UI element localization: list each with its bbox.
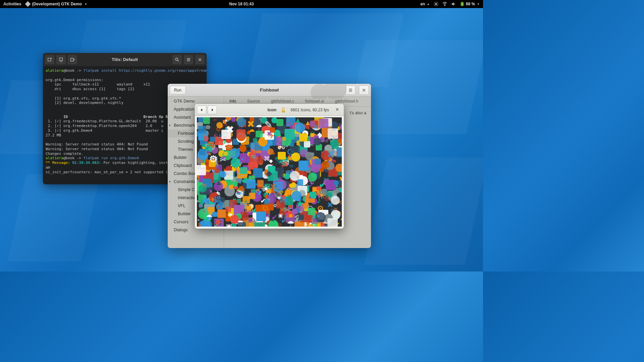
volume-icon[interactable] xyxy=(451,2,456,6)
fishbowl-icon xyxy=(310,121,315,126)
fishbowl-icon xyxy=(285,189,290,195)
sidebar-item-label: Assistant xyxy=(174,115,191,120)
svg-marker-10 xyxy=(451,2,453,6)
fishbowl-icon xyxy=(247,179,256,189)
fishbowl-icon: ✔ xyxy=(325,164,333,172)
close-window-button[interactable] xyxy=(359,85,369,95)
prev-button[interactable] xyxy=(197,106,206,114)
fishbowl-icon xyxy=(210,137,215,142)
fishbowl-icon: ⚙ xyxy=(216,205,220,209)
keyboard-layout-indicator[interactable]: en ▼ xyxy=(420,2,429,6)
new-terminal-button[interactable] xyxy=(45,55,54,64)
fishbowl-icon xyxy=(216,122,223,128)
fishbowl-icon: ✈ xyxy=(221,139,228,146)
fishbowl-icon xyxy=(256,212,266,221)
chevron-down-icon: ▼ xyxy=(477,3,480,6)
wallpaper-decor xyxy=(364,158,483,265)
chevron-down-icon: ▼ xyxy=(427,3,430,6)
fishbowl-icon: ⚑ xyxy=(197,218,200,222)
fishbowl-icon: ✖ xyxy=(266,130,272,137)
fishbowl-icon: ☀ xyxy=(261,184,271,194)
next-button[interactable] xyxy=(208,106,217,114)
close-window-button[interactable] xyxy=(332,107,342,112)
svg-rect-17 xyxy=(60,58,63,60)
app-icon xyxy=(25,1,31,7)
fishbowl-icon xyxy=(240,167,247,174)
fishbowl-icon xyxy=(278,152,285,160)
fishbowl-icon xyxy=(334,180,339,185)
wifi-icon[interactable] xyxy=(442,2,447,6)
fishbowl-icon: ♥ xyxy=(306,163,313,170)
sidebar-item-label: Cursors xyxy=(174,220,189,224)
fishbowl-icon xyxy=(217,209,226,218)
keyboard-layout-label: en xyxy=(420,2,425,6)
clock[interactable]: Nov 18 01:43 xyxy=(229,2,254,6)
sidebar-item-label: Constraints xyxy=(174,179,195,184)
hamburger-menu-button[interactable] xyxy=(184,55,193,64)
fishbowl-icon: ☺ xyxy=(324,139,329,143)
fishbowl-icon: ✉ xyxy=(286,119,290,122)
svg-rect-13 xyxy=(461,3,463,5)
fishbowl-icon: ☀ xyxy=(317,191,326,200)
lock-toggle-button[interactable] xyxy=(280,107,286,113)
fishbowl-icon: ✈ xyxy=(257,154,264,161)
tilix-titlebar[interactable]: Tilix: Default xyxy=(43,53,207,66)
fishbowl-icon xyxy=(225,216,230,222)
fishbowl-icon xyxy=(299,133,307,141)
fishbowl-icon: ✈ xyxy=(244,199,248,204)
fishbowl-icon: ▣ xyxy=(247,216,254,223)
gtk-demo-headerbar[interactable]: Run Fishbowl xyxy=(168,84,371,97)
add-tab-right-button[interactable] xyxy=(68,55,77,64)
fishbowl-icon: ✂ xyxy=(213,118,217,122)
fishbowl-icon xyxy=(310,133,314,137)
fishbowl-icon xyxy=(308,173,317,182)
run-button[interactable]: Run xyxy=(170,86,186,95)
expander-icon: ▾ xyxy=(169,180,172,183)
fishbowl-icon xyxy=(284,129,295,139)
fishbowl-icon xyxy=(328,128,338,139)
app-menu-label: (Development) GTK Demo xyxy=(32,2,82,6)
svg-line-20 xyxy=(178,60,179,61)
wallpaper-decor xyxy=(7,174,100,261)
fishbowl-icon xyxy=(215,220,221,225)
fishbowl-icon xyxy=(249,193,255,199)
fishbowl-icon: ✔ xyxy=(248,138,251,141)
svg-rect-14 xyxy=(48,58,51,61)
fishbowl-icon: ☂ xyxy=(255,123,263,132)
fishbowl-headerbar[interactable]: Icon 6601 Icons, 60.23 fps xyxy=(195,104,344,116)
fishbowl-icon xyxy=(338,139,342,143)
activities-button[interactable]: Activities xyxy=(3,2,21,6)
fishbowl-icon: ◆ xyxy=(268,158,274,164)
app-menu[interactable]: (Development) GTK Demo ▼ xyxy=(26,2,87,6)
fishbowl-icon: ✉ xyxy=(289,164,294,169)
fishbowl-icon: ✉ xyxy=(279,195,289,205)
close-window-button[interactable] xyxy=(195,55,205,64)
battery-indicator[interactable]: 98 % ▼ xyxy=(460,2,480,6)
header-gear-decor xyxy=(311,84,347,99)
fishbowl-icon: ★ xyxy=(235,147,242,154)
fishbowl-icon: ☀ xyxy=(276,177,281,182)
fishbowl-icon xyxy=(319,119,328,128)
fishbowl-icon xyxy=(327,218,338,229)
fishbowl-icon xyxy=(196,165,206,175)
svg-rect-18 xyxy=(71,58,73,61)
fishbowl-icon xyxy=(289,184,293,188)
fishbowl-icon xyxy=(237,117,246,126)
svg-rect-12 xyxy=(462,2,463,2)
fishbowl-icon xyxy=(294,222,305,229)
fishbowl-icon: ⚙ xyxy=(208,154,219,164)
fishbowl-icon: ★ xyxy=(245,128,253,136)
fishbowl-icon xyxy=(304,141,310,147)
fishbowl-icon: ✉ xyxy=(226,149,236,159)
search-button[interactable] xyxy=(172,55,182,64)
fishbowl-icon: ♥ xyxy=(271,151,276,156)
sidebar-item-label: Clipboard xyxy=(174,163,192,168)
fishbowl-icon: ⚑ xyxy=(236,191,239,194)
fishbowl-icon xyxy=(226,207,231,212)
brightness-icon[interactable] xyxy=(434,2,438,6)
fishbowl-icon xyxy=(290,171,300,181)
fishbowl-icon xyxy=(264,199,269,204)
add-tab-down-button[interactable] xyxy=(56,55,66,64)
svg-line-5 xyxy=(434,2,435,3)
sidebar-item-label: Themes xyxy=(178,147,193,152)
